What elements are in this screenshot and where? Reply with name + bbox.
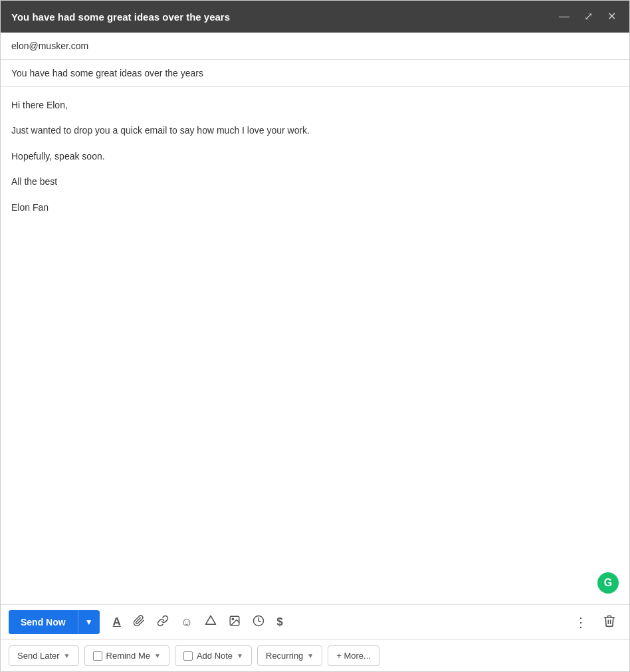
close-button[interactable]: ✕ bbox=[605, 10, 619, 23]
to-field bbox=[1, 33, 629, 60]
minimize-button[interactable]: — bbox=[556, 10, 572, 23]
format-text-button[interactable]: A bbox=[109, 613, 125, 631]
grammarly-badge[interactable]: G bbox=[597, 572, 619, 594]
add-note-button[interactable]: Add Note ▼ bbox=[175, 645, 252, 666]
attach-icon bbox=[133, 615, 145, 630]
subject-field bbox=[1, 60, 629, 87]
title-bar: You have had some great ideas over the y… bbox=[1, 1, 629, 33]
body-paragraph1: Just wanted to drop you a quick email to… bbox=[11, 123, 619, 138]
grammarly-label: G bbox=[604, 574, 612, 592]
svg-point-2 bbox=[232, 618, 233, 619]
send-now-dropdown-button[interactable]: ▼ bbox=[78, 611, 100, 633]
photo-button[interactable] bbox=[225, 612, 245, 633]
svg-marker-0 bbox=[206, 616, 216, 624]
dollar-button[interactable]: $ bbox=[272, 613, 286, 631]
subject-input[interactable] bbox=[11, 68, 619, 78]
send-later-arrow-icon: ▼ bbox=[64, 652, 70, 659]
dollar-icon: $ bbox=[276, 616, 282, 629]
remind-me-label: Remind Me bbox=[106, 651, 150, 661]
send-now-button[interactable]: Send Now bbox=[9, 610, 78, 634]
body-closing1: All the best bbox=[11, 174, 619, 189]
attach-button[interactable] bbox=[129, 612, 149, 633]
emoji-button[interactable]: ☺ bbox=[177, 613, 197, 632]
send-button-group: Send Now ▼ bbox=[9, 610, 100, 634]
more-options-button[interactable]: ⋮ bbox=[569, 612, 593, 633]
body-closing2: Elon Fan bbox=[11, 200, 619, 215]
body-greeting: Hi there Elon, bbox=[11, 98, 619, 112]
drive-icon bbox=[205, 615, 217, 630]
compose-body[interactable]: Hi there Elon, Just wanted to drop you a… bbox=[1, 87, 629, 604]
maximize-button[interactable]: ⤢ bbox=[581, 10, 595, 23]
link-button[interactable] bbox=[153, 612, 173, 633]
add-note-checkbox-icon bbox=[183, 651, 193, 661]
title-bar-controls: — ⤢ ✕ bbox=[556, 10, 619, 23]
recurring-arrow-icon: ▼ bbox=[307, 652, 314, 659]
schedule-button[interactable] bbox=[249, 612, 268, 633]
format-text-icon: A bbox=[113, 616, 121, 629]
schedule-icon bbox=[253, 615, 264, 630]
remind-me-arrow-icon: ▼ bbox=[154, 652, 161, 659]
bottom-bar: Send Later ▼ Remind Me ▼ Add Note ▼ Recu… bbox=[1, 639, 629, 671]
add-note-label: Add Note bbox=[197, 651, 233, 661]
photo-icon bbox=[229, 615, 241, 630]
send-later-label: Send Later bbox=[17, 651, 60, 661]
delete-button[interactable] bbox=[597, 612, 621, 633]
remind-me-button[interactable]: Remind Me ▼ bbox=[84, 645, 169, 666]
toolbar: Send Now ▼ A ☺ bbox=[1, 604, 629, 639]
emoji-icon: ☺ bbox=[181, 616, 193, 629]
remind-me-checkbox-icon bbox=[93, 651, 102, 661]
recurring-label: Recurring bbox=[266, 651, 303, 661]
compose-window: You have had some great ideas over the y… bbox=[0, 0, 630, 672]
more-vert-icon: ⋮ bbox=[574, 615, 588, 629]
window-title: You have had some great ideas over the y… bbox=[11, 11, 230, 23]
delete-icon bbox=[603, 617, 616, 630]
link-icon bbox=[157, 615, 169, 630]
send-later-button[interactable]: Send Later ▼ bbox=[9, 645, 79, 666]
to-input[interactable] bbox=[11, 41, 619, 51]
more-button[interactable]: + More... bbox=[328, 645, 379, 666]
add-note-arrow-icon: ▼ bbox=[237, 652, 243, 659]
body-paragraph2: Hopefully, speak soon. bbox=[11, 149, 619, 164]
drive-button[interactable] bbox=[201, 612, 221, 633]
recurring-button[interactable]: Recurring ▼ bbox=[257, 645, 322, 666]
